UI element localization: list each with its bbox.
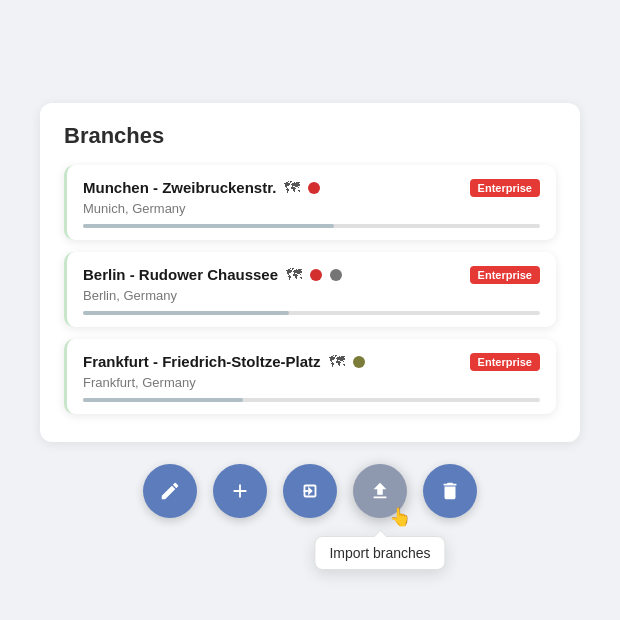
branch-progress-fill-frankfurt <box>83 398 243 402</box>
branch-location-munich: Munich, Germany <box>83 201 540 216</box>
toolbar: 👆 Import branches <box>143 464 477 518</box>
map-icon-munich: 🗺 <box>284 179 300 197</box>
arrow-right-icon <box>299 480 321 502</box>
branch-location-berlin: Berlin, Germany <box>83 288 540 303</box>
branch-progress-frankfurt <box>83 398 540 402</box>
delete-button[interactable] <box>423 464 477 518</box>
pencil-icon <box>159 480 181 502</box>
branches-card: Branches Munchen - Zweibruckenstr. 🗺 Ent… <box>40 103 580 442</box>
map-icon-berlin: 🗺 <box>286 266 302 284</box>
branch-item-berlin[interactable]: Berlin - Rudower Chaussee 🗺 Enterprise B… <box>64 252 556 327</box>
import-button[interactable]: 👆 <box>353 464 407 518</box>
import-button-wrapper: 👆 Import branches <box>353 464 407 518</box>
status-dot-olive-frankfurt <box>353 356 365 368</box>
branch-progress-munich <box>83 224 540 228</box>
main-container: Branches Munchen - Zweibruckenstr. 🗺 Ent… <box>40 103 580 518</box>
status-dot-red-berlin <box>310 269 322 281</box>
branch-progress-berlin <box>83 311 540 315</box>
branch-name-berlin: Berlin - Rudower Chaussee <box>83 266 278 283</box>
branch-item-munich[interactable]: Munchen - Zweibruckenstr. 🗺 Enterprise M… <box>64 165 556 240</box>
cursor-pointer: 👆 <box>389 506 411 528</box>
enterprise-badge-frankfurt: Enterprise <box>470 353 540 371</box>
map-icon-frankfurt: 🗺 <box>329 353 345 371</box>
navigate-button[interactable] <box>283 464 337 518</box>
branch-name-munich: Munchen - Zweibruckenstr. <box>83 179 276 196</box>
trash-icon <box>439 480 461 502</box>
branch-location-frankfurt: Frankfurt, Germany <box>83 375 540 390</box>
add-button[interactable] <box>213 464 267 518</box>
edit-button[interactable] <box>143 464 197 518</box>
branches-title: Branches <box>64 123 556 149</box>
branch-progress-fill-berlin <box>83 311 289 315</box>
status-dot-gray-berlin <box>330 269 342 281</box>
branch-item-frankfurt[interactable]: Frankfurt - Friedrich-Stoltze-Platz 🗺 En… <box>64 339 556 414</box>
enterprise-badge-munich: Enterprise <box>470 179 540 197</box>
import-tooltip: Import branches <box>314 536 445 570</box>
enterprise-badge-berlin: Enterprise <box>470 266 540 284</box>
status-dot-red-munich <box>308 182 320 194</box>
branch-name-frankfurt: Frankfurt - Friedrich-Stoltze-Platz <box>83 353 321 370</box>
branch-progress-fill-munich <box>83 224 334 228</box>
upload-icon <box>369 480 391 502</box>
plus-icon <box>229 480 251 502</box>
